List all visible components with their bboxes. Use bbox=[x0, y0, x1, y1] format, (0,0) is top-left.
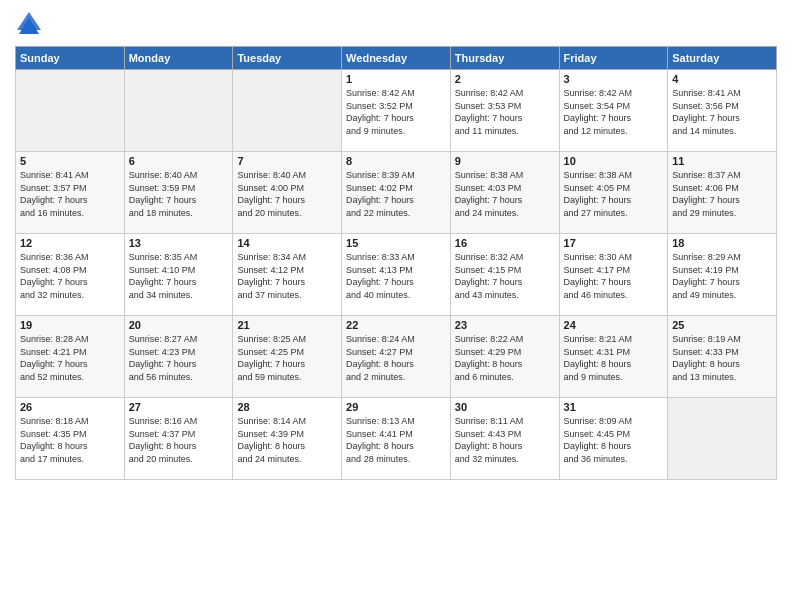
day-info: Sunrise: 8:13 AM Sunset: 4:41 PM Dayligh… bbox=[346, 415, 446, 465]
calendar-header-saturday: Saturday bbox=[668, 47, 777, 70]
day-info: Sunrise: 8:30 AM Sunset: 4:17 PM Dayligh… bbox=[564, 251, 664, 301]
day-number: 26 bbox=[20, 401, 120, 413]
logo bbox=[15, 10, 47, 38]
calendar-cell: 3Sunrise: 8:42 AM Sunset: 3:54 PM Daylig… bbox=[559, 70, 668, 152]
day-number: 22 bbox=[346, 319, 446, 331]
calendar-cell: 27Sunrise: 8:16 AM Sunset: 4:37 PM Dayli… bbox=[124, 398, 233, 480]
calendar-header-tuesday: Tuesday bbox=[233, 47, 342, 70]
calendar-cell: 25Sunrise: 8:19 AM Sunset: 4:33 PM Dayli… bbox=[668, 316, 777, 398]
calendar-cell bbox=[668, 398, 777, 480]
day-number: 20 bbox=[129, 319, 229, 331]
day-number: 9 bbox=[455, 155, 555, 167]
day-number: 6 bbox=[129, 155, 229, 167]
day-info: Sunrise: 8:29 AM Sunset: 4:19 PM Dayligh… bbox=[672, 251, 772, 301]
day-info: Sunrise: 8:28 AM Sunset: 4:21 PM Dayligh… bbox=[20, 333, 120, 383]
day-number: 29 bbox=[346, 401, 446, 413]
calendar-cell: 10Sunrise: 8:38 AM Sunset: 4:05 PM Dayli… bbox=[559, 152, 668, 234]
day-info: Sunrise: 8:41 AM Sunset: 3:56 PM Dayligh… bbox=[672, 87, 772, 137]
calendar-cell: 5Sunrise: 8:41 AM Sunset: 3:57 PM Daylig… bbox=[16, 152, 125, 234]
day-number: 7 bbox=[237, 155, 337, 167]
day-number: 30 bbox=[455, 401, 555, 413]
calendar-cell: 6Sunrise: 8:40 AM Sunset: 3:59 PM Daylig… bbox=[124, 152, 233, 234]
calendar-cell: 23Sunrise: 8:22 AM Sunset: 4:29 PM Dayli… bbox=[450, 316, 559, 398]
calendar-header-friday: Friday bbox=[559, 47, 668, 70]
calendar-week-row: 12Sunrise: 8:36 AM Sunset: 4:08 PM Dayli… bbox=[16, 234, 777, 316]
day-number: 10 bbox=[564, 155, 664, 167]
calendar-cell: 15Sunrise: 8:33 AM Sunset: 4:13 PM Dayli… bbox=[342, 234, 451, 316]
calendar: SundayMondayTuesdayWednesdayThursdayFrid… bbox=[15, 46, 777, 480]
calendar-cell: 17Sunrise: 8:30 AM Sunset: 4:17 PM Dayli… bbox=[559, 234, 668, 316]
day-number: 1 bbox=[346, 73, 446, 85]
day-info: Sunrise: 8:09 AM Sunset: 4:45 PM Dayligh… bbox=[564, 415, 664, 465]
day-info: Sunrise: 8:27 AM Sunset: 4:23 PM Dayligh… bbox=[129, 333, 229, 383]
logo-icon bbox=[15, 10, 43, 38]
day-info: Sunrise: 8:22 AM Sunset: 4:29 PM Dayligh… bbox=[455, 333, 555, 383]
day-info: Sunrise: 8:40 AM Sunset: 3:59 PM Dayligh… bbox=[129, 169, 229, 219]
calendar-header-sunday: Sunday bbox=[16, 47, 125, 70]
calendar-cell bbox=[233, 70, 342, 152]
calendar-header-thursday: Thursday bbox=[450, 47, 559, 70]
day-info: Sunrise: 8:34 AM Sunset: 4:12 PM Dayligh… bbox=[237, 251, 337, 301]
calendar-cell: 12Sunrise: 8:36 AM Sunset: 4:08 PM Dayli… bbox=[16, 234, 125, 316]
day-number: 5 bbox=[20, 155, 120, 167]
calendar-cell: 29Sunrise: 8:13 AM Sunset: 4:41 PM Dayli… bbox=[342, 398, 451, 480]
day-number: 17 bbox=[564, 237, 664, 249]
day-info: Sunrise: 8:18 AM Sunset: 4:35 PM Dayligh… bbox=[20, 415, 120, 465]
day-number: 31 bbox=[564, 401, 664, 413]
header bbox=[15, 10, 777, 38]
day-info: Sunrise: 8:32 AM Sunset: 4:15 PM Dayligh… bbox=[455, 251, 555, 301]
calendar-week-row: 19Sunrise: 8:28 AM Sunset: 4:21 PM Dayli… bbox=[16, 316, 777, 398]
day-number: 25 bbox=[672, 319, 772, 331]
calendar-cell: 20Sunrise: 8:27 AM Sunset: 4:23 PM Dayli… bbox=[124, 316, 233, 398]
day-number: 16 bbox=[455, 237, 555, 249]
day-number: 19 bbox=[20, 319, 120, 331]
calendar-week-row: 5Sunrise: 8:41 AM Sunset: 3:57 PM Daylig… bbox=[16, 152, 777, 234]
day-number: 18 bbox=[672, 237, 772, 249]
day-info: Sunrise: 8:42 AM Sunset: 3:52 PM Dayligh… bbox=[346, 87, 446, 137]
day-number: 28 bbox=[237, 401, 337, 413]
day-info: Sunrise: 8:24 AM Sunset: 4:27 PM Dayligh… bbox=[346, 333, 446, 383]
calendar-cell: 24Sunrise: 8:21 AM Sunset: 4:31 PM Dayli… bbox=[559, 316, 668, 398]
day-number: 14 bbox=[237, 237, 337, 249]
page: SundayMondayTuesdayWednesdayThursdayFrid… bbox=[0, 0, 792, 612]
day-number: 11 bbox=[672, 155, 772, 167]
day-info: Sunrise: 8:39 AM Sunset: 4:02 PM Dayligh… bbox=[346, 169, 446, 219]
calendar-cell: 11Sunrise: 8:37 AM Sunset: 4:06 PM Dayli… bbox=[668, 152, 777, 234]
day-info: Sunrise: 8:40 AM Sunset: 4:00 PM Dayligh… bbox=[237, 169, 337, 219]
day-info: Sunrise: 8:16 AM Sunset: 4:37 PM Dayligh… bbox=[129, 415, 229, 465]
calendar-cell bbox=[124, 70, 233, 152]
day-info: Sunrise: 8:42 AM Sunset: 3:53 PM Dayligh… bbox=[455, 87, 555, 137]
calendar-cell: 14Sunrise: 8:34 AM Sunset: 4:12 PM Dayli… bbox=[233, 234, 342, 316]
calendar-cell: 7Sunrise: 8:40 AM Sunset: 4:00 PM Daylig… bbox=[233, 152, 342, 234]
day-info: Sunrise: 8:11 AM Sunset: 4:43 PM Dayligh… bbox=[455, 415, 555, 465]
calendar-cell: 4Sunrise: 8:41 AM Sunset: 3:56 PM Daylig… bbox=[668, 70, 777, 152]
calendar-cell: 13Sunrise: 8:35 AM Sunset: 4:10 PM Dayli… bbox=[124, 234, 233, 316]
day-number: 13 bbox=[129, 237, 229, 249]
calendar-cell: 30Sunrise: 8:11 AM Sunset: 4:43 PM Dayli… bbox=[450, 398, 559, 480]
day-info: Sunrise: 8:38 AM Sunset: 4:03 PM Dayligh… bbox=[455, 169, 555, 219]
calendar-cell: 21Sunrise: 8:25 AM Sunset: 4:25 PM Dayli… bbox=[233, 316, 342, 398]
day-number: 23 bbox=[455, 319, 555, 331]
calendar-cell: 18Sunrise: 8:29 AM Sunset: 4:19 PM Dayli… bbox=[668, 234, 777, 316]
calendar-cell: 16Sunrise: 8:32 AM Sunset: 4:15 PM Dayli… bbox=[450, 234, 559, 316]
day-info: Sunrise: 8:14 AM Sunset: 4:39 PM Dayligh… bbox=[237, 415, 337, 465]
day-info: Sunrise: 8:42 AM Sunset: 3:54 PM Dayligh… bbox=[564, 87, 664, 137]
day-number: 12 bbox=[20, 237, 120, 249]
calendar-cell: 8Sunrise: 8:39 AM Sunset: 4:02 PM Daylig… bbox=[342, 152, 451, 234]
day-number: 2 bbox=[455, 73, 555, 85]
calendar-header-wednesday: Wednesday bbox=[342, 47, 451, 70]
day-number: 4 bbox=[672, 73, 772, 85]
calendar-cell: 22Sunrise: 8:24 AM Sunset: 4:27 PM Dayli… bbox=[342, 316, 451, 398]
day-number: 21 bbox=[237, 319, 337, 331]
calendar-header-monday: Monday bbox=[124, 47, 233, 70]
day-info: Sunrise: 8:36 AM Sunset: 4:08 PM Dayligh… bbox=[20, 251, 120, 301]
calendar-cell: 9Sunrise: 8:38 AM Sunset: 4:03 PM Daylig… bbox=[450, 152, 559, 234]
day-number: 24 bbox=[564, 319, 664, 331]
day-number: 8 bbox=[346, 155, 446, 167]
day-number: 27 bbox=[129, 401, 229, 413]
day-info: Sunrise: 8:41 AM Sunset: 3:57 PM Dayligh… bbox=[20, 169, 120, 219]
calendar-cell: 26Sunrise: 8:18 AM Sunset: 4:35 PM Dayli… bbox=[16, 398, 125, 480]
day-info: Sunrise: 8:37 AM Sunset: 4:06 PM Dayligh… bbox=[672, 169, 772, 219]
calendar-cell: 19Sunrise: 8:28 AM Sunset: 4:21 PM Dayli… bbox=[16, 316, 125, 398]
day-info: Sunrise: 8:35 AM Sunset: 4:10 PM Dayligh… bbox=[129, 251, 229, 301]
